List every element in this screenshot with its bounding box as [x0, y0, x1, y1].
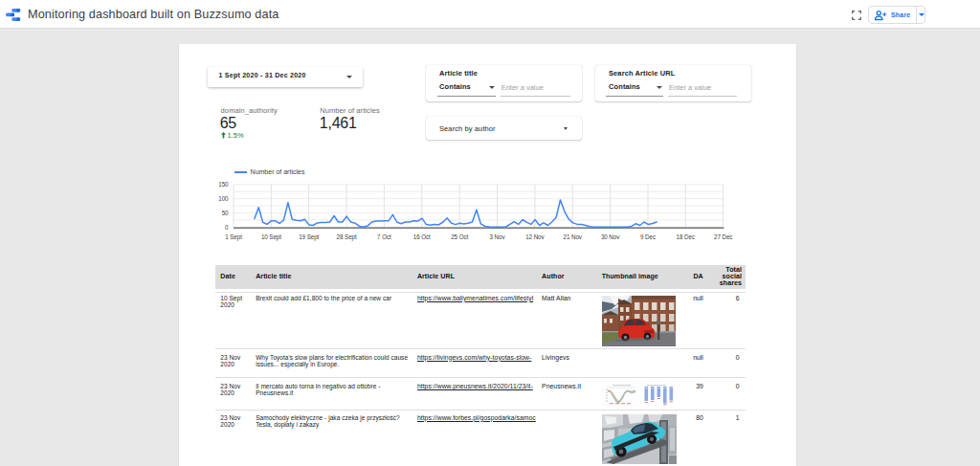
svg-text:1 Sept: 1 Sept: [225, 233, 242, 241]
svg-text:10 Sept: 10 Sept: [261, 233, 281, 241]
svg-text:12 Nov: 12 Nov: [525, 233, 545, 240]
svg-text:3 Nov: 3 Nov: [490, 233, 506, 240]
svg-text:28 Sept: 28 Sept: [337, 233, 357, 241]
svg-text:50: 50: [222, 210, 229, 216]
svg-text:19 Sept: 19 Sept: [299, 233, 319, 241]
svg-text:25 Oct: 25 Oct: [451, 233, 468, 240]
svg-text:30 Nov: 30 Nov: [601, 233, 620, 240]
svg-text:100: 100: [218, 195, 229, 202]
svg-text:21 Nov: 21 Nov: [564, 233, 583, 240]
svg-text:18 Dec: 18 Dec: [677, 233, 695, 240]
svg-text:0: 0: [225, 224, 229, 231]
svg-text:150: 150: [218, 181, 229, 188]
svg-text:16 Oct: 16 Oct: [413, 233, 431, 240]
svg-text:9 Dec: 9 Dec: [640, 233, 656, 240]
svg-text:7 Oct: 7 Oct: [377, 233, 391, 240]
svg-text:27 Dec: 27 Dec: [714, 233, 732, 240]
